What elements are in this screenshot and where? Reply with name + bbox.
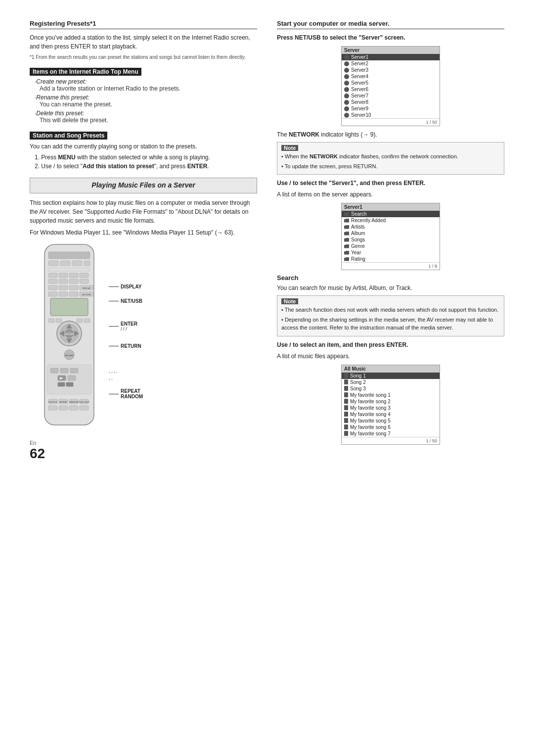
server1-name-songs: Songs <box>351 237 365 242</box>
playing-desc2: For Windows Media Player 11, see "Window… <box>30 228 257 237</box>
folder-icon-year <box>344 251 349 255</box>
server-name-8: Server8 <box>351 99 368 105</box>
allmusic-name-fav3: My favorite song 3 <box>350 405 391 411</box>
svg-rect-10 <box>80 273 89 278</box>
server-icon-8 <box>344 100 349 105</box>
menu-item-create: ·Create new preset: Add a favorite stati… <box>35 78 257 92</box>
music-icon-fav7 <box>344 431 348 436</box>
music-icon-fav3 <box>344 405 348 410</box>
music-icon-fav4 <box>344 412 348 417</box>
server-item-7: Server7 <box>342 93 440 99</box>
svg-rect-41 <box>50 368 58 373</box>
folder-icon-artists <box>344 225 349 229</box>
internet-radio-heading: Items on the Internet Radio Top Menu <box>30 68 141 76</box>
svg-rect-5 <box>84 261 90 266</box>
server-item-9: Server9 <box>342 105 440 112</box>
server1-item-recently: Recently Added <box>342 217 440 224</box>
server1-item-album: Album <box>342 230 440 236</box>
server1-item-search: Search <box>342 211 440 217</box>
allmusic-screen-footer: 1 / 50 <box>342 437 440 444</box>
server1-screen-title: Server1 <box>342 203 440 211</box>
server1-name-genre: Genre <box>351 243 365 249</box>
menu-item-rename: ·Rename this preset: You can rename the … <box>35 94 257 108</box>
intro-text: Once you've added a station to the list,… <box>30 33 257 51</box>
list-appears-1: A list of items on the server appears. <box>277 190 504 199</box>
server-item-10: Server10 <box>342 112 440 118</box>
menu-item-delete-desc: This will delete the preset. <box>40 117 257 124</box>
enter-label-line: ENTER / / / <box>109 321 143 331</box>
server1-name-artists: Artists <box>351 224 365 230</box>
note2-bullet1: • The search function does not work with… <box>281 306 500 314</box>
left-column: Registering Presets*1 Once you've added … <box>30 20 257 462</box>
search-desc: You can search for music by Artist, Albu… <box>277 284 504 292</box>
comma2-label: , , <box>109 376 143 380</box>
folder-icon-songs <box>344 238 349 242</box>
server-name-6: Server6 <box>351 87 368 92</box>
svg-rect-12 <box>59 279 68 284</box>
allmusic-item-song3: Song 3 <box>342 385 440 392</box>
repeat-random-label-line: REPEAT RANDOM <box>109 388 143 399</box>
remote-body: DISPLAY NET/USB <box>30 242 109 430</box>
server-icon-3 <box>344 68 349 73</box>
svg-text:ENTER: ENTER <box>65 332 74 335</box>
display-label-line: DISPLAY <box>109 284 143 289</box>
allmusic-item-fav4: My favorite song 4 <box>342 411 440 418</box>
server-icon-6 <box>344 87 349 92</box>
svg-rect-8 <box>59 273 68 278</box>
search-heading: Search <box>277 274 504 282</box>
svg-rect-38 <box>77 319 83 323</box>
repeat-random-label: REPEAT RANDOM <box>121 388 143 399</box>
allmusic-item-fav7: My favorite song 7 <box>342 430 440 437</box>
server-name-3: Server3 <box>351 67 368 73</box>
svg-text:DISPLAY: DISPLAY <box>83 287 91 289</box>
svg-text:SHUFFLE: SHUFFLE <box>48 401 58 403</box>
note1-bullet1: • When the NETWORK indicator flashes, co… <box>281 152 500 161</box>
svg-rect-43 <box>70 368 78 373</box>
server1-name-album: Album <box>351 231 365 236</box>
server-name-10: Server10 <box>351 112 371 118</box>
svg-rect-2 <box>48 261 58 266</box>
server-name-4: Server4 <box>351 74 368 79</box>
folder-icon-recently <box>344 219 349 223</box>
svg-rect-9 <box>69 273 78 278</box>
allmusic-item-song2: Song 2 <box>342 379 440 385</box>
press-heading: Press NET/USB to select the "Server" scr… <box>277 33 504 42</box>
svg-rect-3 <box>60 261 70 266</box>
right-column: Start your computer or media server. Pre… <box>277 20 504 462</box>
allmusic-name-fav4: My favorite song 4 <box>350 412 391 417</box>
server-icon-2 <box>344 61 349 66</box>
svg-rect-1 <box>48 252 90 259</box>
server1-name-recently: Recently Added <box>351 218 386 223</box>
svg-rect-20 <box>48 292 57 296</box>
server1-screen-footer: 1 / 8 <box>342 262 440 270</box>
note-box-1: Note • When the NETWORK indicator flashe… <box>277 142 504 175</box>
music-icon-fav5 <box>344 418 348 423</box>
network-text: The NETWORK indicator lights (→ 9). <box>277 130 504 139</box>
folder-icon-genre <box>344 244 349 248</box>
music-icon-fav1 <box>344 392 348 397</box>
svg-rect-13 <box>69 279 78 284</box>
server-item-4: Server4 <box>342 73 440 80</box>
server-item-2: Server2 <box>342 60 440 67</box>
allmusic-screen: All Music Song 1 Song 2 Song 3 My favori… <box>341 365 440 445</box>
allmusic-item-fav5: My favorite song 5 <box>342 418 440 424</box>
music-icon-fav6 <box>344 425 348 429</box>
footnote-text: *1 From the search results you can prese… <box>30 54 257 61</box>
menu-item-delete-label: ·Delete this preset: <box>35 110 257 117</box>
server-name-1: Server1 <box>351 54 368 60</box>
remote-illustration-area: DISPLAY NET/USB <box>30 242 257 430</box>
svg-rect-17 <box>48 285 57 290</box>
svg-rect-60 <box>80 406 89 410</box>
menu-item-create-label: ·Create new preset: <box>35 78 257 85</box>
note2-bullet2: • Depending on the sharing settings in t… <box>281 316 500 332</box>
svg-rect-18 <box>59 285 68 290</box>
server-icon-9 <box>344 106 349 111</box>
svg-text:REPEAT: REPEAT <box>59 401 67 403</box>
use-heading-1: Use / to select the "Server1", and then … <box>277 179 504 188</box>
server-icon-7 <box>344 94 349 98</box>
server-screen-footer: 1 / 50 <box>342 118 440 126</box>
svg-rect-19 <box>69 285 78 290</box>
svg-rect-6 <box>48 268 90 272</box>
svg-rect-37 <box>56 319 62 323</box>
server-name-9: Server9 <box>351 106 368 111</box>
